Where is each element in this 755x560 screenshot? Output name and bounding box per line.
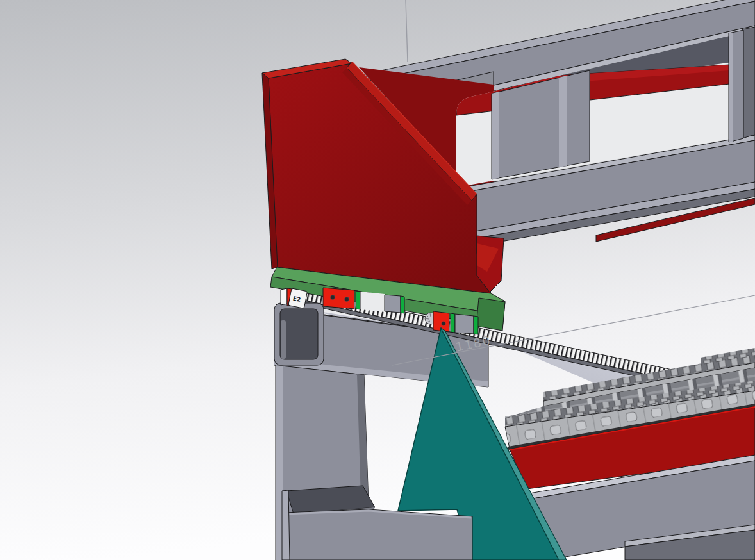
carriage1-green-seal-right [401, 296, 404, 313]
post-far-left-edge [729, 33, 733, 142]
cad-viewport[interactable]: E2 [0, 0, 755, 560]
carriage2-bolt [442, 322, 445, 325]
carriage1-bolt-1 [331, 295, 335, 300]
post-far-wall [742, 27, 755, 138]
carriage1-green-seal-left [356, 291, 360, 309]
rail-gap-white [360, 292, 385, 312]
post-near-left-edge [492, 92, 499, 179]
beam-end-inner-lit [281, 320, 286, 359]
model-canvas[interactable]: E2 [0, 0, 755, 560]
carriage1-red-block [323, 288, 354, 309]
carriage1-bolt-2 [345, 297, 349, 302]
leg-left-edge [276, 365, 283, 560]
tube-left-wall [282, 490, 290, 560]
green-plate-end-face [476, 298, 505, 331]
carriage2-green-seal-right [474, 316, 478, 334]
tube-front-face [285, 509, 472, 560]
carriage2-green-seal-left [451, 313, 455, 333]
post-near-highlight [559, 76, 567, 167]
rail-beam-end-cap[interactable] [274, 303, 324, 365]
frame-post-far[interactable] [729, 27, 755, 142]
carriage2-gray-body [455, 314, 474, 334]
rail-end-cap: E2 [288, 288, 308, 308]
rail-end-white-left [281, 288, 287, 305]
carriage1-gray-body [385, 295, 401, 313]
